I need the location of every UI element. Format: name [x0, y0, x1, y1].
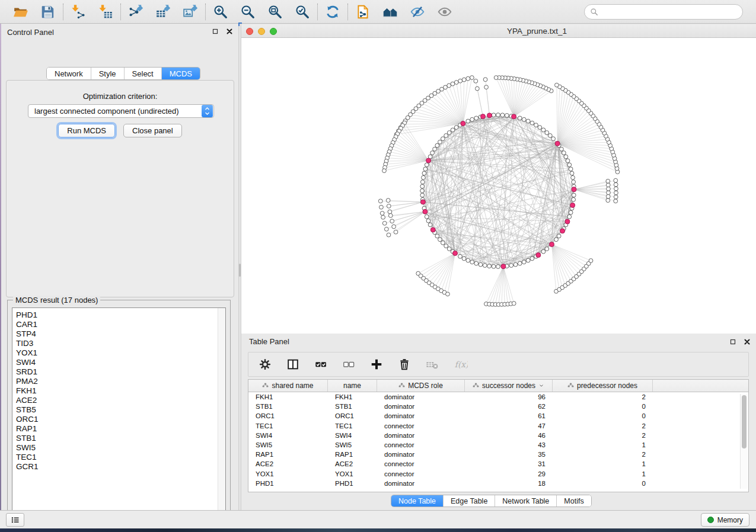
mcds-node[interactable] [461, 121, 465, 126]
network-node[interactable] [454, 126, 458, 130]
network-node[interactable] [438, 238, 442, 242]
network-node[interactable] [430, 151, 435, 155]
network-node[interactable] [441, 241, 445, 245]
network-node[interactable] [428, 223, 432, 227]
run-mcds-button[interactable]: Run MCDS [58, 124, 115, 137]
mcds-node[interactable] [512, 114, 516, 119]
mcds-node[interactable] [565, 219, 570, 224]
network-node[interactable] [447, 131, 451, 135]
select-all-button[interactable] [313, 357, 328, 372]
network-node[interactable] [387, 204, 391, 208]
network-node[interactable] [614, 199, 618, 203]
memory-button[interactable]: Memory [701, 513, 749, 527]
network-node[interactable] [454, 81, 458, 85]
network-node[interactable] [570, 171, 574, 175]
save-button[interactable] [39, 2, 58, 21]
network-node[interactable] [474, 116, 479, 120]
network-node[interactable] [392, 225, 396, 229]
tab-edge-table[interactable]: Edge Table [444, 495, 495, 507]
network-node[interactable] [420, 189, 425, 193]
refresh-button[interactable] [323, 2, 342, 21]
network-node[interactable] [458, 254, 462, 258]
network-node[interactable] [560, 147, 564, 151]
mcds-result-item[interactable]: STB1 [12, 434, 217, 443]
network-node[interactable] [462, 257, 466, 261]
network-node[interactable] [420, 184, 425, 188]
network-node[interactable] [569, 210, 573, 214]
network-node[interactable] [483, 264, 487, 268]
table-row[interactable]: YOX1YOX1connector291 [248, 469, 748, 479]
network-node[interactable] [423, 167, 428, 171]
network-node[interactable] [426, 219, 430, 223]
network-node[interactable] [518, 116, 522, 120]
network-node[interactable] [474, 261, 479, 265]
mcds-result-item[interactable]: FKH1 [12, 386, 217, 396]
first-neighbors-button[interactable] [381, 2, 400, 21]
column-header-name[interactable]: name [328, 380, 377, 392]
new-network-from-selection-button[interactable] [353, 2, 372, 21]
network-node[interactable] [483, 78, 487, 82]
network-node[interactable] [513, 262, 518, 267]
network-node[interactable] [545, 131, 549, 135]
network-node[interactable] [466, 119, 470, 123]
network-node[interactable] [526, 258, 530, 262]
mcds-result-item[interactable]: YOX1 [12, 348, 217, 358]
network-node[interactable] [378, 199, 382, 203]
tab-network-table[interactable]: Network Table [495, 495, 557, 507]
network-node[interactable] [420, 180, 425, 184]
zoom-selected-button[interactable] [293, 2, 312, 21]
network-node[interactable] [444, 133, 448, 137]
network-node[interactable] [492, 113, 496, 117]
close-panel-icon[interactable] [225, 27, 234, 36]
mcds-node[interactable] [536, 253, 541, 258]
network-node[interactable] [572, 180, 576, 184]
network-node[interactable] [438, 140, 442, 144]
network-node[interactable] [492, 264, 496, 268]
float-table-panel-icon[interactable] [728, 337, 737, 346]
export-image-button[interactable] [181, 2, 200, 21]
table-scrollbar-thumb[interactable] [742, 395, 747, 448]
deselect-all-button[interactable] [341, 357, 356, 372]
tab-select[interactable]: Select [125, 68, 162, 79]
mcds-node[interactable] [487, 113, 492, 118]
network-node[interactable] [614, 195, 618, 199]
delete-column-button[interactable] [397, 357, 412, 372]
network-node[interactable] [466, 258, 470, 262]
network-node[interactable] [548, 133, 552, 137]
close-table-panel-icon[interactable] [742, 337, 751, 346]
network-node[interactable] [512, 302, 516, 306]
network-node[interactable] [614, 182, 618, 187]
tab-node-table[interactable]: Node Table [391, 495, 444, 507]
maximize-window-icon[interactable] [270, 28, 277, 35]
network-node[interactable] [526, 119, 530, 123]
tab-network[interactable]: Network [47, 68, 91, 79]
network-node[interactable] [571, 175, 575, 180]
network-node[interactable] [530, 121, 534, 125]
network-node[interactable] [479, 262, 483, 267]
table-scrollbar[interactable] [740, 394, 748, 489]
network-node[interactable] [606, 198, 610, 203]
network-canvas[interactable] [241, 38, 756, 334]
network-node[interactable] [522, 260, 526, 264]
network-node[interactable] [462, 78, 466, 82]
close-window-icon[interactable] [246, 28, 253, 35]
network-node[interactable] [567, 163, 572, 167]
network-node[interactable] [614, 178, 618, 182]
network-node[interactable] [422, 171, 426, 175]
network-node[interactable] [388, 210, 392, 214]
mcds-node[interactable] [420, 200, 425, 204]
network-node[interactable] [606, 183, 610, 187]
network-node[interactable] [614, 191, 618, 195]
mcds-node[interactable] [560, 229, 565, 233]
network-node[interactable] [606, 194, 610, 198]
network-node[interactable] [441, 137, 445, 141]
network-node[interactable] [551, 137, 556, 141]
table-row[interactable]: PHD1PHD1dominator180 [248, 479, 748, 488]
mcds-node[interactable] [572, 187, 576, 192]
network-node[interactable] [381, 215, 385, 219]
mcds-node[interactable] [453, 251, 458, 255]
network-node[interactable] [435, 143, 439, 148]
column-header-shared-name[interactable]: shared name [248, 380, 328, 392]
mcds-node[interactable] [426, 158, 431, 163]
network-node[interactable] [433, 147, 437, 151]
